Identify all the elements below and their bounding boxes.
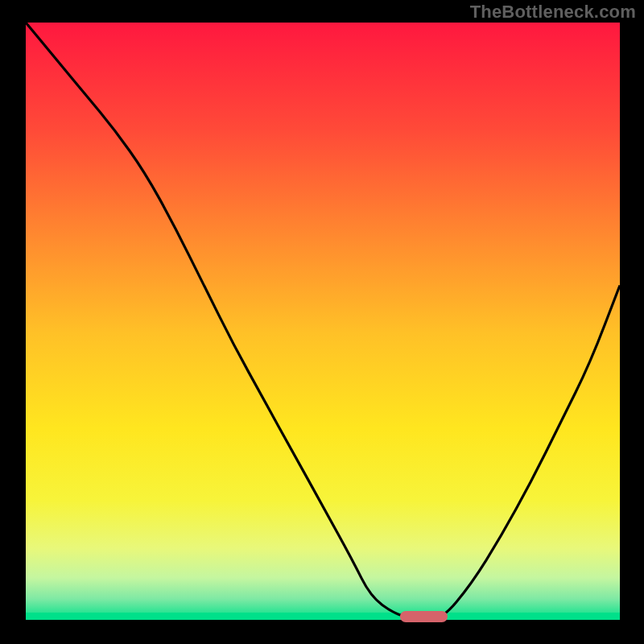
bottleneck-chart xyxy=(0,0,644,644)
watermark-text: TheBottleneck.com xyxy=(470,2,636,23)
optimal-zone-marker xyxy=(400,611,448,622)
plot-background xyxy=(26,23,620,620)
baseline-stripe xyxy=(26,613,620,620)
chart-frame: TheBottleneck.com xyxy=(0,0,644,644)
